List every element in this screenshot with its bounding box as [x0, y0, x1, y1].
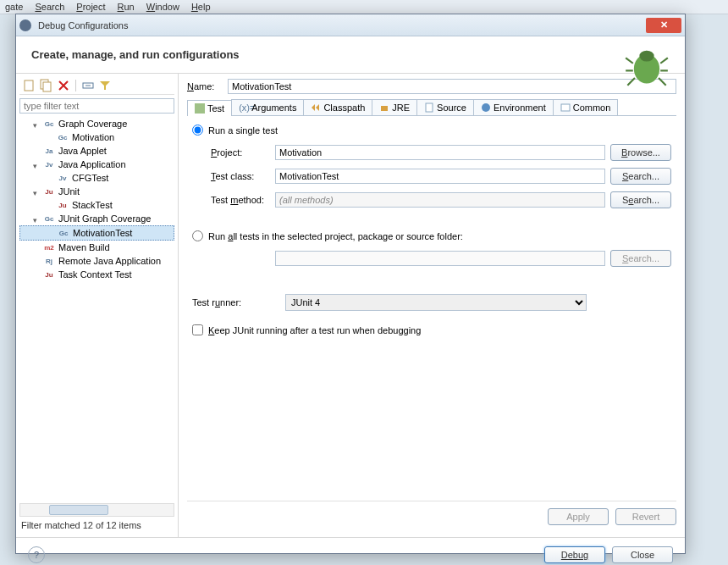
test-runner-select[interactable]: JUnit 4: [285, 294, 587, 311]
svg-point-16: [482, 103, 490, 112]
debug-button[interactable]: Debug: [544, 546, 605, 563]
delete-config-icon[interactable]: [57, 79, 70, 92]
tab-common[interactable]: Common: [553, 99, 619, 115]
tree-item-label: JUnit Graph Coverage: [58, 213, 151, 224]
tree-item-cfgtest[interactable]: JvCFGTest: [19, 171, 174, 185]
svg-rect-8: [25, 80, 33, 91]
keep-running-label: Keep JUnit running after a test run when…: [208, 325, 421, 335]
filter-status: Filter matched 12 of 12 items: [19, 517, 174, 534]
config-left-panel: GcGraph CoverageGcMotivationJaJava Apple…: [16, 74, 179, 537]
run-single-test-radio[interactable]: [192, 125, 203, 136]
config-type-icon: Jv: [57, 172, 69, 184]
close-icon[interactable]: ✕: [646, 18, 681, 33]
tab-source[interactable]: Source: [416, 99, 474, 115]
config-type-icon: Ja: [43, 145, 55, 157]
tree-h-scrollbar[interactable]: [19, 503, 174, 517]
tree-item-label: StackTest: [72, 200, 113, 210]
tab-classpath[interactable]: Classpath: [303, 99, 372, 115]
name-input[interactable]: [228, 79, 676, 94]
svg-rect-17: [561, 104, 570, 111]
svg-line-2: [626, 58, 633, 63]
config-tabs: Test (x)=Arguments Classpath JRE Source …: [187, 99, 676, 116]
tree-item-maven-build[interactable]: m2Maven Build: [19, 241, 174, 254]
test-runner-label: Test runner:: [192, 297, 285, 307]
keep-running-checkbox[interactable]: [192, 324, 203, 335]
config-type-icon: Rj: [43, 255, 55, 267]
config-type-icon: Ju: [43, 269, 55, 280]
testclass-input[interactable]: [275, 169, 605, 184]
menu-window[interactable]: Window: [146, 2, 179, 12]
run-all-tests-radio[interactable]: [192, 230, 203, 241]
svg-rect-13: [195, 103, 205, 114]
tree-item-label: Java Application: [58, 159, 126, 169]
config-type-icon: Ju: [57, 199, 69, 211]
svg-rect-15: [426, 103, 433, 112]
dialog-header: Create, manage, and run configurations: [16, 36, 685, 73]
dialog-footer: ? Debug Close: [16, 537, 685, 565]
app-menubar: gate Search Project Run Window Help: [0, 0, 728, 14]
tree-arrow-icon[interactable]: [33, 160, 41, 169]
search-class-button[interactable]: Search...: [610, 168, 671, 185]
dialog-content: GcGraph CoverageGcMotivationJaJava Apple…: [16, 73, 685, 537]
tree-item-remote-java-application[interactable]: RjRemote Java Application: [19, 254, 174, 268]
tree-item-task-context-test[interactable]: JuTask Context Test: [19, 268, 174, 281]
filter-icon[interactable]: [98, 79, 112, 92]
menu-gate[interactable]: gate: [5, 2, 23, 12]
svg-line-3: [660, 58, 668, 63]
name-label: Name:: [187, 81, 228, 91]
tree-item-label: CFGTest: [72, 173, 108, 183]
left-toolbar: [19, 77, 174, 95]
tab-test[interactable]: Test: [187, 100, 232, 116]
tree-arrow-icon[interactable]: [33, 187, 41, 196]
tree-item-graph-coverage[interactable]: GcGraph Coverage: [19, 117, 174, 130]
svg-line-6: [627, 78, 635, 86]
collapse-all-icon[interactable]: [81, 79, 95, 92]
tree-item-java-applet[interactable]: JaJava Applet: [19, 144, 174, 158]
tree-item-junit[interactable]: JuJUnit: [19, 185, 174, 198]
tree-item-stacktest[interactable]: JuStackTest: [19, 198, 174, 212]
eclipse-icon: [19, 19, 31, 31]
config-type-icon: Gc: [43, 213, 55, 224]
tree-arrow-icon[interactable]: [33, 214, 41, 223]
tree-item-label: Java Applet: [58, 146, 107, 156]
config-type-icon: Gc: [57, 131, 69, 143]
menu-project[interactable]: Project: [76, 2, 105, 12]
config-type-icon: Jv: [43, 158, 55, 170]
tree-item-label: Maven Build: [58, 242, 110, 252]
tree-item-junit-graph-coverage[interactable]: GcJUnit Graph Coverage: [19, 212, 174, 225]
menu-help[interactable]: Help: [191, 2, 211, 12]
menu-search[interactable]: Search: [35, 2, 64, 12]
menu-run[interactable]: Run: [118, 2, 135, 12]
svg-line-7: [659, 78, 666, 86]
config-tree[interactable]: GcGraph CoverageGcMotivationJaJava Apple…: [19, 117, 174, 500]
tab-body-test: Run a single test Project: Browse... Tes…: [187, 116, 676, 501]
tree-item-label: Motivation: [72, 132, 114, 142]
dialog-title: Debug Configurations: [35, 20, 646, 30]
debug-bug-icon: [624, 43, 670, 89]
config-type-icon: Ju: [43, 186, 55, 197]
close-button[interactable]: Close: [612, 546, 673, 563]
tab-environment[interactable]: Environment: [473, 99, 554, 115]
filter-input[interactable]: [19, 98, 174, 114]
new-config-icon[interactable]: [23, 79, 36, 92]
search-method-button[interactable]: Search...: [610, 191, 671, 208]
tree-arrow-icon[interactable]: [33, 119, 41, 128]
config-type-icon: Gc: [58, 227, 69, 239]
tree-item-java-application[interactable]: JvJava Application: [19, 158, 174, 171]
tab-arguments[interactable]: (x)=Arguments: [231, 99, 304, 115]
apply-button: Apply: [548, 508, 609, 525]
tree-item-motivationtest[interactable]: GcMotivationTest: [19, 225, 174, 241]
duplicate-config-icon[interactable]: [40, 79, 53, 92]
config-right-panel: Name: Test (x)=Arguments Classpath JRE S…: [179, 74, 685, 537]
tree-item-label: Task Context Test: [58, 269, 132, 280]
svg-rect-10: [43, 82, 51, 91]
tab-jre[interactable]: JRE: [372, 99, 417, 115]
config-type-icon: m2: [43, 241, 55, 253]
tree-item-label: Graph Coverage: [58, 119, 127, 129]
browse-button[interactable]: Browse...: [610, 144, 671, 161]
help-icon[interactable]: ?: [28, 546, 45, 563]
config-type-icon: Gc: [43, 118, 55, 130]
project-input[interactable]: [275, 145, 605, 160]
tree-item-motivation[interactable]: GcMotivation: [19, 130, 174, 144]
dialog-titlebar: Debug Configurations ✕: [16, 14, 685, 36]
